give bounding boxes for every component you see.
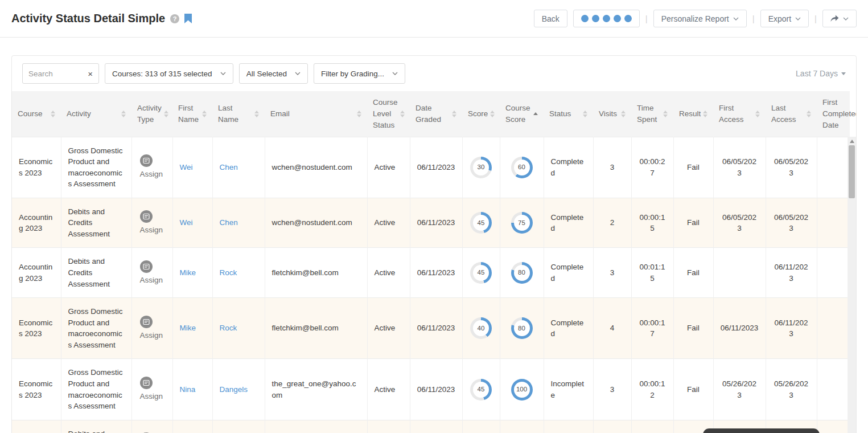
column-header-first_name[interactable]: First Name	[172, 91, 212, 137]
cell-course_score: 80	[500, 298, 544, 359]
score-donut: 80	[511, 262, 533, 284]
sort-ascending-icon[interactable]	[533, 112, 538, 115]
cell-time_spent: 00:00:12	[631, 359, 673, 420]
column-label: First Access	[719, 103, 753, 125]
column-header-course_level_status[interactable]: Course Level Status	[367, 91, 410, 137]
column-header-first_access[interactable]: First Access	[713, 91, 766, 137]
sort-icon[interactable]	[755, 111, 760, 117]
users-dropdown[interactable]: All Selected	[239, 63, 308, 84]
column-header-activity[interactable]: Activity	[61, 91, 131, 137]
sort-icon[interactable]	[583, 111, 587, 117]
column-label: Activity Type	[137, 103, 162, 125]
column-header-last_access[interactable]: Last Access	[766, 91, 817, 137]
cell-first_completed_date	[817, 198, 850, 248]
sort-icon[interactable]	[621, 111, 626, 117]
column-header-result[interactable]: Result	[673, 91, 713, 137]
cell-last_access: 05/26/2023	[766, 359, 817, 420]
first_name-link[interactable]: Mike	[180, 324, 196, 332]
pager-dots-button[interactable]	[573, 10, 640, 27]
search-input[interactable]	[28, 70, 84, 78]
column-header-activity_type[interactable]: Activity Type	[131, 91, 172, 137]
floating-scrollbar-pill[interactable]	[703, 428, 820, 433]
sort-icon[interactable]	[121, 111, 126, 117]
last_name-link[interactable]: Rock	[220, 324, 237, 332]
last_name-link[interactable]: Chen	[220, 218, 238, 227]
cell-course_score: 75	[500, 198, 544, 248]
activity-type-label: Assign	[140, 275, 163, 286]
export-button[interactable]: Export	[760, 10, 809, 27]
sort-icon[interactable]	[703, 111, 707, 117]
back-button[interactable]: Back	[534, 10, 567, 27]
score-value: 75	[514, 215, 530, 231]
pager-dot[interactable]	[592, 15, 599, 22]
cell-date_graded: 06/11/2023	[410, 248, 462, 298]
pager-dot[interactable]	[624, 15, 632, 22]
cell-course: Economics 2023	[12, 137, 61, 198]
score-donut: 40	[470, 317, 492, 339]
sort-icon[interactable]	[400, 111, 405, 117]
cell-course_level_status: Active	[367, 420, 410, 433]
share-button[interactable]	[822, 10, 857, 27]
column-header-date_graded[interactable]: Date Graded	[410, 91, 462, 137]
column-header-status[interactable]: Status	[544, 91, 593, 137]
bookmark-icon[interactable]	[184, 14, 192, 23]
cell-email: the_great_one@yahoo.com	[265, 359, 367, 420]
scrollbar-thumb[interactable]	[849, 145, 855, 198]
table-row: Economics 2023Gross Domestic Product and…	[12, 359, 850, 420]
pager-dot[interactable]	[581, 15, 589, 22]
sort-icon[interactable]	[663, 111, 668, 117]
last_name-link[interactable]: Chen	[220, 163, 238, 171]
cell-last_name: Chen	[212, 137, 265, 198]
grading-filter-dropdown[interactable]: Filter by Grading...	[314, 63, 405, 84]
cell-activity: Gross Domestic Product and macroeconomic…	[61, 298, 131, 359]
pager-dot[interactable]	[614, 15, 621, 22]
score-donut: 45	[470, 262, 492, 284]
table-row: Economics 2023Gross Domestic Product and…	[12, 137, 850, 198]
column-label: First Name	[178, 103, 200, 125]
sort-icon[interactable]	[254, 111, 259, 117]
vertical-scrollbar[interactable]	[848, 137, 856, 433]
sort-icon[interactable]	[807, 111, 811, 117]
sort-icon[interactable]	[164, 111, 168, 117]
column-header-first_completed_date[interactable]: First Completed Date	[817, 91, 850, 137]
cell-course_level_status: Active	[367, 359, 410, 420]
cell-result: Fail	[673, 359, 713, 420]
sort-icon[interactable]	[357, 111, 361, 117]
cell-activity: Debits and Credits Assessment	[61, 248, 131, 298]
sort-icon[interactable]	[490, 111, 495, 117]
courses-dropdown[interactable]: Courses: 313 of 315 selected	[105, 63, 233, 84]
column-header-course[interactable]: Course	[12, 91, 61, 137]
chevron-down-icon	[795, 16, 801, 22]
pager-dot[interactable]	[603, 15, 610, 22]
column-header-time_spent[interactable]: Time Spent	[631, 91, 673, 137]
score-value: 100	[514, 382, 530, 398]
date-range-dropdown[interactable]: Last 7 Days	[796, 69, 846, 78]
sort-icon[interactable]	[452, 111, 456, 117]
cell-visits: 3	[593, 248, 631, 298]
sort-icon[interactable]	[202, 111, 207, 117]
first_name-link[interactable]: Nina	[180, 385, 196, 394]
column-header-score[interactable]: Score	[462, 91, 500, 137]
column-header-course_score[interactable]: Course Score	[500, 91, 544, 137]
sort-icon[interactable]	[51, 111, 55, 117]
first_name-link[interactable]: Mike	[180, 268, 196, 277]
column-header-last_name[interactable]: Last Name	[212, 91, 265, 137]
first_name-link[interactable]: Wei	[180, 163, 193, 171]
cell-result: Fail	[673, 248, 713, 298]
cell-course_level_status: Active	[367, 248, 410, 298]
personalize-report-button[interactable]: Personalize Report	[653, 10, 747, 27]
column-header-visits[interactable]: Visits	[593, 91, 631, 137]
clear-search-icon[interactable]: ×	[88, 70, 93, 78]
column-label: Last Name	[218, 103, 252, 125]
last_name-link[interactable]: Dangels	[220, 385, 248, 394]
help-icon[interactable]: ?	[170, 14, 179, 23]
last_name-link[interactable]: Rock	[220, 268, 237, 277]
scroll-up-icon[interactable]	[850, 140, 854, 143]
column-label: Visits	[599, 108, 617, 120]
column-header-email[interactable]: Email	[265, 91, 367, 137]
cell-email: the_great_one@yahoo.com	[265, 420, 367, 433]
cell-first_completed_date	[817, 298, 850, 359]
cell-course_score: 100	[500, 420, 544, 433]
cell-course: Accounting 2023	[12, 248, 61, 298]
first_name-link[interactable]: Wei	[180, 218, 193, 227]
